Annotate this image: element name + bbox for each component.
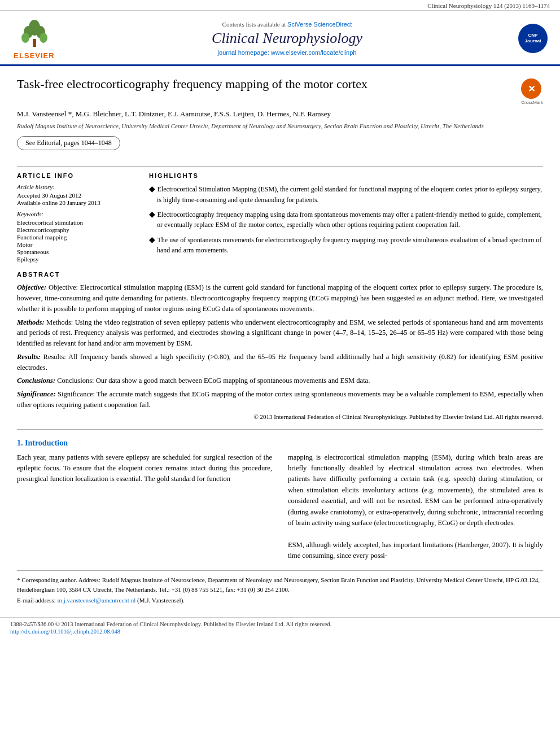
sciverse-text: Contents lists available at [222, 21, 286, 28]
email-footnote: E-mail address: m.j.vansteensel@umcutrec… [17, 596, 543, 605]
keyword-6: Epilepsy [17, 256, 135, 263]
copyright-line: © 2013 International Federation of Clini… [17, 413, 543, 420]
keyword-3: Functional mapping [17, 234, 135, 241]
footnote-section: * Corresponding author. Address: Rudolf … [17, 570, 543, 605]
abstract-methods: Methods: Methods: Using the video regist… [17, 317, 543, 349]
significance-text: Significance: The accurate match suggest… [17, 390, 543, 409]
authors-text: M.J. Vansteensel *, M.G. Bleichner, L.T.… [17, 110, 331, 118]
bottom-bar: 1388-2457/$36.00 © 2013 International Fe… [0, 617, 560, 639]
bullet-icon-1: ◆ [149, 185, 158, 193]
methods-text: Methods: Using the video registration of… [17, 318, 543, 348]
crossmark-badge: ✕ CrossMark [521, 78, 543, 105]
history-label: Article history: [17, 184, 135, 190]
affiliation-line: Rudolf Magnus Institute of Neuroscience,… [17, 122, 543, 130]
elsevier-logo: ELSEVIER [10, 16, 58, 60]
intro-left-para: Each year, many patients with severe epi… [17, 452, 272, 485]
sciverse-line: Contents lists available at SciVerse Sci… [68, 21, 506, 28]
elsevier-label: ELSEVIER [14, 51, 54, 60]
intro-right-para: mapping is electrocortical stimulation m… [288, 452, 543, 562]
article-info-heading: ARTICLE INFO [17, 172, 135, 179]
sciverse-link[interactable]: SciVerse ScienceDirect [287, 21, 352, 28]
journal-ref: Clinical Neurophysiology 124 (2013) 1169… [427, 2, 550, 9]
abstract-conclusions: Conclusions: Conclusions: Our data show … [17, 375, 543, 386]
svg-point-6 [40, 33, 47, 43]
article-info-col: ARTICLE INFO Article history: Accepted 3… [17, 172, 135, 263]
available-date: Available online 20 January 2013 [17, 199, 135, 206]
editorial-note: See Editorial, pages 1044–1048 [17, 136, 120, 150]
svg-rect-4 [33, 39, 36, 47]
abstract-heading: ABSTRACT [17, 271, 543, 278]
journal-center: Contents lists available at SciVerse Sci… [68, 21, 506, 56]
introduction-section: 1. Introduction Each year, many patients… [17, 439, 543, 562]
highlight-2: ◆ Electrocorticography frequency mapping… [149, 209, 543, 230]
abstract-results: Results: Results: All frequency bands sh… [17, 352, 543, 373]
journal-logo-circle: CNPJournal [518, 24, 548, 53]
issn-line: 1388-2457/$36.00 © 2013 International Fe… [10, 621, 550, 627]
email-label: E-mail address: [17, 597, 56, 604]
article-container: Task-free electrocorticography frequency… [0, 66, 560, 617]
abstract-section: ABSTRACT Objective: Objective: Electroco… [17, 271, 543, 420]
elsevier-emblem-icon [17, 16, 52, 51]
journal-header: ELSEVIER Contents lists available at Sci… [0, 11, 560, 66]
accepted-date: Accepted 30 August 2012 [17, 192, 135, 199]
authors-line: M.J. Vansteensel *, M.G. Bleichner, L.T.… [17, 110, 543, 119]
keywords-label: Keywords: [17, 211, 135, 217]
conclusions-text: Conclusions: Our data show a good match … [57, 377, 370, 385]
keyword-2: Electrocorticography [17, 226, 135, 233]
journal-logo-right: CNPJournal [516, 24, 550, 53]
crossmark-icon: ✕ [521, 78, 541, 99]
article-title-row: Task-free electrocorticography frequency… [17, 76, 543, 105]
corresponding-footnote: * Corresponding author. Address: Rudolf … [17, 575, 543, 594]
intro-heading: 1. Introduction [17, 439, 543, 448]
highlight-3: ◆ The use of spontaneous movements for e… [149, 234, 543, 256]
keyword-5: Spontaneous [17, 248, 135, 255]
email-suffix: (M.J. Vansteensel). [137, 597, 185, 604]
abstract-objective: Objective: Objective: Electrocortical st… [17, 282, 543, 314]
bullet-icon-2: ◆ [149, 210, 158, 219]
top-bar: Clinical Neurophysiology 124 (2013) 1169… [0, 0, 560, 11]
highlights-heading: HIGHLIGHTS [149, 172, 543, 179]
intro-left-col: Each year, many patients with severe epi… [17, 452, 272, 562]
highlight-1: ◆ Electrocortical Stimulation Mapping (E… [149, 184, 543, 205]
article-info-highlights-section: ARTICLE INFO Article history: Accepted 3… [17, 172, 543, 263]
results-text: Results: All frequency bands showed a hi… [17, 353, 543, 372]
main-divider [17, 429, 543, 430]
bullet-icon-3: ◆ [149, 235, 158, 244]
intro-two-col: Each year, many patients with severe epi… [17, 452, 543, 562]
article-title: Task-free electrocorticography frequency… [17, 76, 514, 93]
journal-title: Clinical Neurophysiology [68, 30, 506, 47]
abstract-significance: Significance: Significance: The accurate… [17, 389, 543, 410]
svg-point-5 [21, 33, 29, 43]
keyword-1: Electrocortical stimulation [17, 219, 135, 226]
email-link[interactable]: m.j.vansteensel@umcutrecht.nl [57, 597, 135, 604]
keyword-4: Motor [17, 241, 135, 248]
highlights-col: HIGHLIGHTS ◆ Electrocortical Stimulation… [149, 172, 543, 263]
section-divider [17, 166, 543, 167]
intro-right-col: mapping is electrocortical stimulation m… [288, 452, 543, 562]
objective-text: Objective: Electrocortical stimulation m… [17, 283, 543, 313]
doi-line[interactable]: http://dx.doi.org/10.1016/j.clinph.2012.… [10, 628, 550, 635]
homepage-line: journal homepage: www.elsevier.com/locat… [68, 49, 506, 56]
